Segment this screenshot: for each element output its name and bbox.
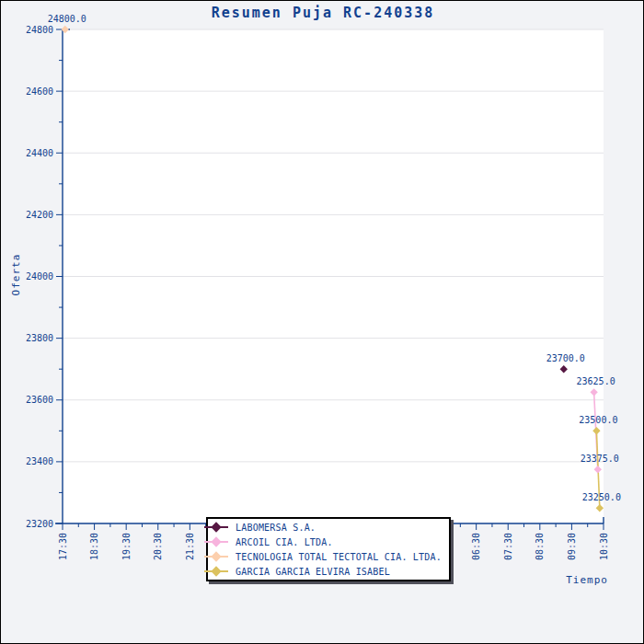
x-tick-label: 20:30 — [153, 533, 163, 560]
legend-series-marker-icon — [204, 549, 228, 564]
legend-diamond-icon — [211, 551, 221, 561]
data-point-annotation: 23700.0 — [546, 353, 585, 363]
legend-item: TECNOLOGIA TOTAL TECTOTAL CIA. LTDA. — [212, 549, 442, 564]
x-tick-label: 09:30 — [567, 533, 577, 560]
legend-item: LABOMERSA S.A. — [212, 520, 442, 535]
y-tick-label: 24600 — [26, 86, 53, 97]
data-point-annotation: 23250.0 — [582, 492, 621, 502]
legend-diamond-icon — [211, 536, 221, 546]
data-point-marker — [594, 466, 602, 473]
y-tick-label: 23200 — [26, 519, 53, 529]
legend-label: TECNOLOGIA TOTAL TECTOTAL CIA. LTDA. — [236, 552, 442, 562]
x-tick-label: 08:30 — [535, 533, 545, 560]
legend-item: ARCOIL CIA. LTDA. — [212, 535, 442, 549]
data-point-marker — [596, 504, 604, 512]
legend-diamond-icon — [211, 566, 221, 576]
x-tick-label: 19:30 — [121, 533, 132, 560]
legend-label: LABOMERSA S.A. — [236, 523, 316, 533]
legend-series-marker-icon — [204, 535, 228, 549]
legend-series-marker-icon — [204, 564, 228, 579]
x-tick-label: 17:30 — [58, 533, 68, 560]
legend-label: GARCIA GARCIA ELVIRA ISABEL — [236, 567, 390, 577]
legend-item: GARCIA GARCIA ELVIRA ISABEL — [212, 564, 442, 579]
y-tick-label: 23800 — [26, 333, 53, 343]
y-tick-label: 24400 — [26, 148, 53, 158]
legend-series-marker-icon — [204, 520, 228, 535]
x-axis-label: Tiempo — [566, 574, 608, 586]
y-tick-label: 24200 — [26, 210, 53, 220]
data-point-annotation: 23375.0 — [581, 454, 619, 464]
legend-box: LABOMERSA S.A.ARCOIL CIA. LTDA.TECNOLOGI… — [206, 517, 451, 581]
data-point-marker — [590, 388, 597, 396]
legend-label: ARCOIL CIA. LTDA. — [236, 537, 333, 547]
y-axis-label: Oferta — [10, 247, 22, 303]
y-tick-label: 23600 — [26, 395, 53, 405]
data-point-marker — [592, 427, 600, 434]
data-point-annotation: 23625.0 — [577, 376, 615, 386]
x-tick-label: 10:30 — [599, 533, 609, 560]
legend-diamond-icon — [211, 522, 221, 532]
x-tick-label: 18:30 — [89, 533, 99, 560]
y-tick-label: 24000 — [26, 271, 53, 282]
y-tick-label: 24800 — [26, 25, 53, 35]
x-tick-label: 07:30 — [503, 533, 513, 560]
chart-title: Resumen Puja RC-240338 — [1, 5, 644, 21]
x-tick-label: 21:30 — [185, 533, 195, 560]
data-point-marker — [560, 365, 568, 373]
data-point-annotation: 23500.0 — [579, 415, 617, 425]
y-tick-label: 23400 — [26, 456, 53, 466]
x-tick-label: 06:30 — [471, 533, 481, 560]
